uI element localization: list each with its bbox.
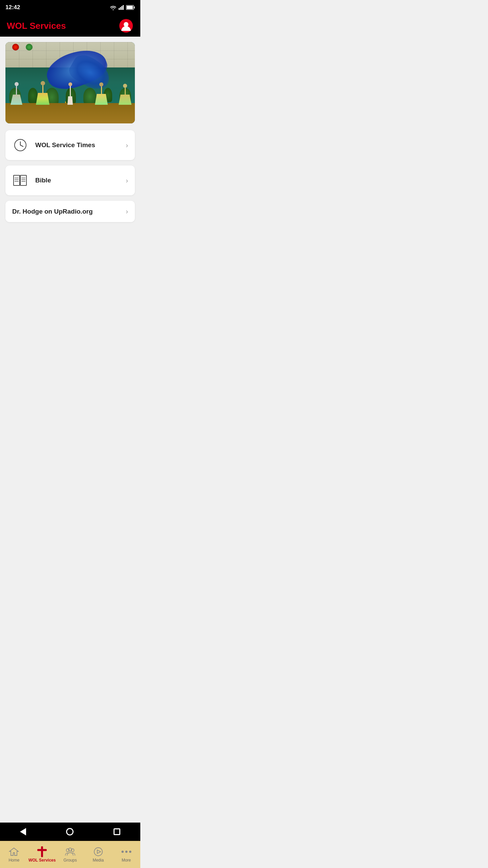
chevron-right-icon: › bbox=[126, 141, 128, 149]
main-content: WOL Service Times › bbox=[0, 37, 140, 255]
profile-icon bbox=[119, 19, 133, 33]
wifi-icon bbox=[110, 5, 117, 10]
svg-rect-13 bbox=[20, 175, 26, 185]
svg-rect-1 bbox=[120, 7, 121, 10]
chevron-right-icon-2: › bbox=[126, 177, 128, 184]
app-title: WOL Services bbox=[7, 21, 66, 31]
clock-icon bbox=[12, 137, 28, 153]
svg-rect-3 bbox=[123, 5, 124, 10]
book-icon bbox=[12, 172, 28, 189]
app-header: WOL Services bbox=[0, 15, 140, 37]
chevron-right-icon-3: › bbox=[126, 208, 128, 215]
status-icons bbox=[110, 5, 135, 10]
upradio-item[interactable]: Dr. Hodge on UpRadio.org › bbox=[5, 201, 135, 222]
svg-rect-0 bbox=[119, 8, 120, 10]
service-times-label: WOL Service Times bbox=[35, 141, 95, 149]
svg-rect-2 bbox=[121, 6, 122, 10]
profile-button[interactable] bbox=[119, 18, 134, 33]
svg-rect-6 bbox=[134, 6, 135, 8]
status-time: 12:42 bbox=[5, 4, 20, 11]
svg-line-11 bbox=[20, 145, 23, 146]
bible-item[interactable]: Bible › bbox=[5, 165, 135, 195]
hero-image bbox=[5, 42, 135, 123]
upradio-label: Dr. Hodge on UpRadio.org bbox=[12, 208, 93, 215]
status-bar: 12:42 bbox=[0, 0, 140, 15]
signal-icon bbox=[119, 5, 124, 10]
battery-icon bbox=[126, 5, 135, 10]
svg-point-8 bbox=[124, 22, 128, 27]
svg-rect-5 bbox=[127, 6, 133, 9]
bible-label: Bible bbox=[35, 177, 51, 184]
service-times-item[interactable]: WOL Service Times › bbox=[5, 130, 135, 160]
svg-rect-12 bbox=[14, 175, 20, 185]
